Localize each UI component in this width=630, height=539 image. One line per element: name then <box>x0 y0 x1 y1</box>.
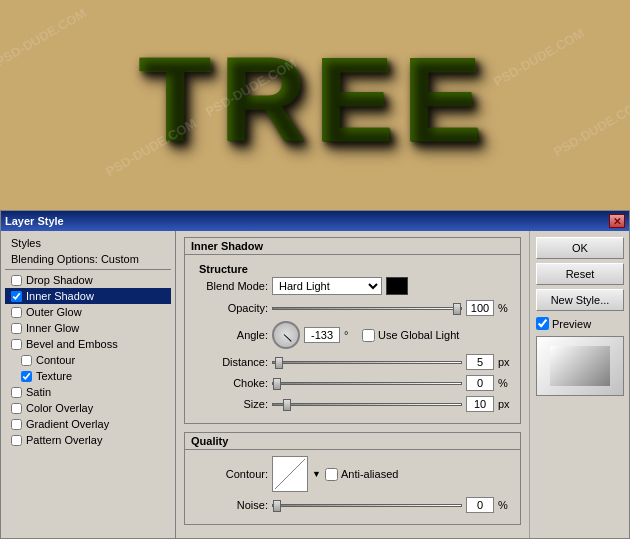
noise-input[interactable] <box>466 497 494 513</box>
noise-unit: % <box>498 499 512 511</box>
blend-mode-row: Blend Mode: NormalDissolveDarkenMultiply… <box>193 277 512 295</box>
distance-row: Distance: px <box>193 354 512 370</box>
inner-shadow-content: Structure Blend Mode: NormalDissolveDark… <box>185 255 520 423</box>
contour-dropdown-arrow[interactable]: ▼ <box>312 469 321 479</box>
opacity-slider[interactable] <box>272 307 462 310</box>
size-label: Size: <box>193 398 268 410</box>
inner-shadow-section: Inner Shadow Structure Blend Mode: Norma… <box>184 237 521 424</box>
angle-label: Angle: <box>193 329 268 341</box>
preview-checkbox[interactable] <box>536 317 549 330</box>
choke-input[interactable] <box>466 375 494 391</box>
choke-row: Choke: % <box>193 375 512 391</box>
size-input[interactable] <box>466 396 494 412</box>
choke-thumb[interactable] <box>273 378 281 390</box>
noise-slider[interactable] <box>272 504 462 507</box>
distance-input[interactable] <box>466 354 494 370</box>
color-overlay-checkbox[interactable] <box>11 403 22 414</box>
dialog-title: Layer Style <box>5 215 64 227</box>
pattern-overlay-checkbox[interactable] <box>11 435 22 446</box>
outer-glow-checkbox[interactable] <box>11 307 22 318</box>
opacity-unit: % <box>498 302 512 314</box>
blend-mode-label: Blend Mode: <box>193 280 268 292</box>
preview-box <box>536 336 624 396</box>
angle-row: Angle: ° Use Global Light <box>193 321 512 349</box>
sidebar-item-outer-glow[interactable]: Outer Glow <box>5 304 171 320</box>
contour-preview[interactable] <box>272 456 308 492</box>
sidebar-item-blending-options[interactable]: Blending Options: Custom <box>5 251 171 267</box>
reset-button[interactable]: Reset <box>536 263 624 285</box>
size-thumb[interactable] <box>283 399 291 411</box>
noise-row: Noise: % <box>193 497 512 513</box>
preview-inner <box>550 346 610 386</box>
structure-label: Structure <box>193 261 512 277</box>
opacity-label: Opacity: <box>193 302 268 314</box>
inner-shadow-title: Inner Shadow <box>185 238 520 255</box>
dialog-close-button[interactable]: ✕ <box>609 214 625 228</box>
distance-unit: px <box>498 356 512 368</box>
quality-section: Quality Contour: ▼ Anti-alias <box>184 432 521 525</box>
noise-label: Noise: <box>193 499 268 511</box>
sidebar-item-satin[interactable]: Satin <box>5 384 171 400</box>
drop-shadow-checkbox[interactable] <box>11 275 22 286</box>
texture-checkbox[interactable] <box>21 371 32 382</box>
bevel-emboss-checkbox[interactable] <box>11 339 22 350</box>
use-global-light-checkbox[interactable] <box>362 329 375 342</box>
angle-unit: ° <box>344 329 358 341</box>
angle-dial-line <box>284 334 292 342</box>
sidebar-item-texture[interactable]: Texture <box>5 368 171 384</box>
contour-label: Contour: <box>193 468 268 480</box>
sidebar-item-pattern-overlay[interactable]: Pattern Overlay <box>5 432 171 448</box>
angle-dial[interactable] <box>272 321 300 349</box>
watermark-1: PSD-DUDE.COM <box>0 6 89 70</box>
preview-row: Preview <box>536 317 623 330</box>
choke-slider[interactable] <box>272 382 462 385</box>
panel-divider <box>5 269 171 270</box>
distance-thumb[interactable] <box>275 357 283 369</box>
sidebar-item-bevel-emboss[interactable]: Bevel and Emboss <box>5 336 171 352</box>
inner-glow-checkbox[interactable] <box>11 323 22 334</box>
sidebar-item-inner-glow[interactable]: Inner Glow <box>5 320 171 336</box>
ok-button[interactable]: OK <box>536 237 624 259</box>
sidebar-item-color-overlay[interactable]: Color Overlay <box>5 400 171 416</box>
tree-text: TREE <box>139 31 491 179</box>
size-unit: px <box>498 398 512 410</box>
watermark-5: PSD-DUDE.COM <box>551 96 630 160</box>
sidebar-item-drop-shadow[interactable]: Drop Shadow <box>5 272 171 288</box>
opacity-thumb[interactable] <box>453 303 461 315</box>
new-style-button[interactable]: New Style... <box>536 289 624 311</box>
opacity-input[interactable] <box>466 300 494 316</box>
dialog-body: Styles Blending Options: Custom Drop Sha… <box>1 231 629 538</box>
contour-checkbox[interactable] <box>21 355 32 366</box>
distance-label: Distance: <box>193 356 268 368</box>
sidebar-item-contour[interactable]: Contour <box>5 352 171 368</box>
watermark-4: PSD-DUDE.COM <box>491 26 587 90</box>
choke-unit: % <box>498 377 512 389</box>
sidebar-item-gradient-overlay[interactable]: Gradient Overlay <box>5 416 171 432</box>
sidebar-item-styles[interactable]: Styles <box>5 235 171 251</box>
preview-label: Preview <box>552 318 591 330</box>
contour-row: Contour: ▼ Anti-aliased <box>193 456 512 492</box>
inner-shadow-checkbox[interactable] <box>11 291 22 302</box>
contour-svg <box>273 457 307 491</box>
blend-mode-select[interactable]: NormalDissolveDarkenMultiplyColor BurnLi… <box>272 277 382 295</box>
noise-thumb[interactable] <box>273 500 281 512</box>
left-panel: Styles Blending Options: Custom Drop Sha… <box>1 231 176 538</box>
quality-content: Contour: ▼ Anti-aliased <box>185 450 520 524</box>
choke-label: Choke: <box>193 377 268 389</box>
size-slider[interactable] <box>272 403 462 406</box>
use-global-light-label: Use Global Light <box>362 329 459 342</box>
opacity-row: Opacity: % <box>193 300 512 316</box>
angle-input[interactable] <box>304 327 340 343</box>
quality-title: Quality <box>185 433 520 450</box>
size-row: Size: px <box>193 396 512 412</box>
sidebar-item-inner-shadow[interactable]: Inner Shadow <box>5 288 171 304</box>
anti-aliased-label: Anti-aliased <box>325 468 398 481</box>
layer-style-dialog: Layer Style ✕ Styles Blending Options: C… <box>0 210 630 539</box>
anti-aliased-checkbox[interactable] <box>325 468 338 481</box>
satin-checkbox[interactable] <box>11 387 22 398</box>
right-panel: OK Reset New Style... Preview <box>529 231 629 538</box>
center-panel: Inner Shadow Structure Blend Mode: Norma… <box>176 231 529 538</box>
distance-slider[interactable] <box>272 361 462 364</box>
gradient-overlay-checkbox[interactable] <box>11 419 22 430</box>
blend-mode-color-swatch[interactable] <box>386 277 408 295</box>
